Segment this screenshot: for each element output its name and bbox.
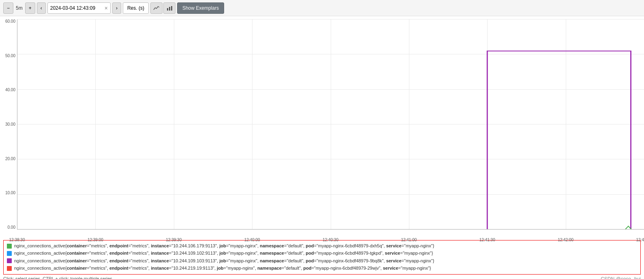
toolbar: − 5m + ‹ × › Res. (s) Show Exemplars — [0, 0, 644, 16]
datetime-input[interactable] — [50, 5, 103, 11]
y-label-50: 50.00 — [2, 54, 15, 58]
clear-icon[interactable]: × — [105, 5, 108, 11]
x-label-5: 12:41:00 — [401, 238, 417, 242]
legend-color-1 — [7, 251, 12, 256]
x-label-4: 12:40:30 — [323, 238, 338, 242]
series-purple — [17, 51, 644, 230]
y-label-10: 10.00 — [2, 191, 15, 195]
minus-button[interactable]: − — [3, 2, 13, 14]
legend-text-2: nginx_connections_active{container="metr… — [14, 258, 434, 264]
legend-text-1: nginx_connections_active{container="metr… — [14, 250, 433, 256]
x-label-2: 12:39:30 — [166, 238, 182, 242]
x-label-8: 12:42:30 — [636, 238, 644, 242]
legend-text-0: nginx_connections_active{container="metr… — [14, 243, 434, 249]
x-label-3: 12:40:00 — [244, 238, 260, 242]
chart-plot: 12:38:30 12:39:00 12:39:30 12:40:00 12:4… — [17, 19, 644, 230]
legend-text-3: nginx_connections_active{container="metr… — [14, 265, 431, 271]
line-chart-button[interactable] — [150, 2, 163, 14]
legend-area: nginx_connections_active{container="metr… — [3, 240, 641, 275]
x-label-1: 12:39:00 — [88, 238, 103, 242]
chart-type-buttons — [150, 2, 175, 14]
next-button[interactable]: › — [112, 2, 121, 14]
x-label-6: 12:41:30 — [479, 238, 495, 242]
chart-svg-main — [17, 19, 644, 230]
watermark: CSDN @coco--hui — [601, 276, 641, 279]
legend-item-0[interactable]: nginx_connections_active{container="metr… — [7, 243, 637, 249]
plus-button[interactable]: + — [25, 2, 35, 14]
show-exemplars-button[interactable]: Show Exemplars — [177, 2, 224, 14]
chart-area: 0.00 10.00 20.00 30.00 40.00 50.00 60.00 — [0, 16, 644, 239]
x-axis-line — [17, 229, 644, 230]
y-label-40: 40.00 — [2, 88, 15, 92]
click-hint: Click: select series, CTRL + click: togg… — [3, 276, 112, 279]
legend-color-0 — [7, 244, 12, 249]
line-chart-icon — [153, 5, 160, 11]
resolution-button[interactable]: Res. (s) — [123, 2, 149, 14]
legend-item-3[interactable]: nginx_connections_active{container="metr… — [7, 265, 637, 271]
legend-item-1[interactable]: nginx_connections_active{container="metr… — [7, 250, 637, 256]
prev-button[interactable]: ‹ — [37, 2, 46, 14]
y-axis-line — [17, 19, 17, 230]
x-label-0: 12:38:30 — [9, 238, 25, 242]
legend-color-2 — [7, 258, 12, 263]
x-label-7: 12:42:00 — [558, 238, 573, 242]
legend-item-2[interactable]: nginx_connections_active{container="metr… — [7, 258, 637, 264]
bar-chart-button[interactable] — [163, 2, 175, 14]
datetime-input-wrap: × — [47, 2, 111, 14]
y-label-0: 0.00 — [2, 225, 15, 230]
svg-rect-1 — [169, 7, 170, 11]
legend-color-3 — [7, 266, 12, 271]
bar-chart-icon — [166, 5, 173, 11]
y-axis: 0.00 10.00 20.00 30.00 40.00 50.00 60.00 — [0, 16, 17, 239]
y-label-30: 30.00 — [2, 122, 15, 127]
interval-display: 5m — [15, 5, 24, 11]
svg-rect-2 — [171, 6, 172, 11]
y-label-20: 20.00 — [2, 157, 15, 161]
y-label-60: 60.00 — [2, 19, 15, 24]
svg-rect-0 — [167, 8, 168, 11]
footer-bar: Click: select series, CTRL + click: togg… — [0, 275, 644, 279]
